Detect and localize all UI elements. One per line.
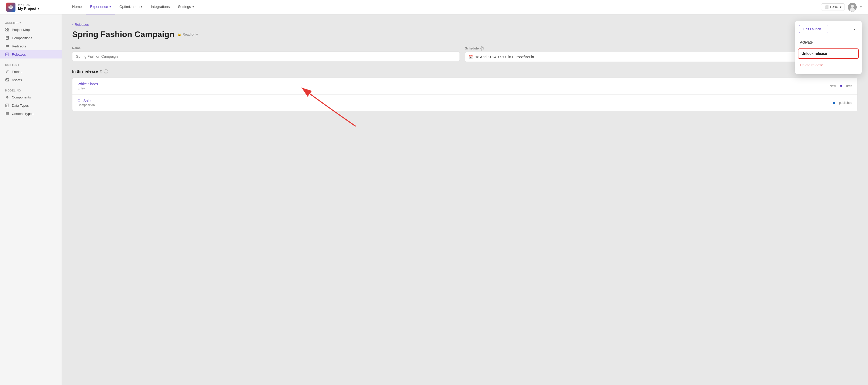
- schedule-label: Schedule ⓘ: [465, 46, 852, 51]
- on-sale-link[interactable]: On Sale: [78, 99, 833, 103]
- optimization-chevron-icon: ▾: [141, 5, 143, 8]
- doc-icon: [5, 36, 9, 40]
- svg-rect-8: [7, 30, 9, 31]
- modeling-section-label: MODELING: [0, 87, 62, 93]
- svg-point-4: [850, 8, 855, 11]
- nav-integrations[interactable]: Integrations: [147, 0, 174, 14]
- calendar-icon: 📅: [469, 55, 473, 59]
- sidebar-item-assets[interactable]: Assets: [0, 76, 62, 84]
- svg-point-3: [851, 5, 854, 8]
- nav-optimization[interactable]: Optimization ▾: [115, 0, 147, 14]
- breadcrumb[interactable]: ‹ Releases: [72, 23, 858, 27]
- topbar: MY TEAM My Project ▾ Home Experience ▾ O…: [0, 0, 868, 14]
- white-shoes-type: Entry: [78, 87, 830, 90]
- settings-chevron-icon: ▾: [192, 5, 194, 8]
- avatar[interactable]: [848, 3, 857, 11]
- sidebar-item-releases[interactable]: Releases: [0, 50, 62, 59]
- page-title-row: Spring Fashion Campaign 🔒 Read-only: [72, 30, 858, 39]
- readonly-label: Read-only: [183, 32, 198, 36]
- svg-rect-5: [6, 28, 7, 29]
- layout: ASSEMBLY Project Map Compositions Redire…: [0, 14, 868, 385]
- avatar-chevron-icon: ▾: [860, 5, 862, 9]
- gear-icon: [5, 95, 9, 99]
- brand-logo[interactable]: [6, 3, 16, 12]
- svg-rect-9: [6, 36, 8, 39]
- svg-rect-7: [6, 30, 7, 31]
- new-label: New: [830, 84, 836, 88]
- schedule-field-group: Schedule ⓘ 📅 18 April 2024, 09:00 in Eur…: [465, 46, 852, 62]
- white-shoes-status: New draft: [830, 84, 852, 88]
- sidebar-item-compositions[interactable]: Compositions: [0, 34, 62, 42]
- main-content: ‹ Releases Spring Fashion Campaign 🔒 Rea…: [62, 14, 868, 385]
- unlock-release-item[interactable]: Unlock release: [798, 49, 859, 59]
- sidebar-section-assembly: ASSEMBLY Project Map Compositions Redire…: [0, 20, 62, 59]
- sidebar-item-entries[interactable]: Entries: [0, 67, 62, 76]
- more-options-button[interactable]: ···: [851, 26, 858, 32]
- table-icon: [5, 103, 9, 107]
- experience-chevron-icon: ▾: [110, 5, 111, 8]
- delete-release-item[interactable]: Delete release: [795, 60, 862, 70]
- svg-rect-6: [7, 28, 9, 29]
- table-row: On Sale Composition published: [72, 95, 858, 111]
- breadcrumb-chevron-icon: ‹: [72, 23, 73, 27]
- topbar-nav: Home Experience ▾ Optimization ▾ Integra…: [68, 0, 821, 14]
- release-item-on-sale: On Sale Composition: [78, 99, 833, 107]
- in-release-info-icon: ⓘ: [104, 69, 108, 73]
- svg-point-20: [7, 97, 8, 98]
- draft-label: draft: [846, 84, 852, 88]
- name-input[interactable]: [72, 52, 460, 61]
- dropdown-menu: Edit Launch... ··· Activate Unlock relea…: [795, 21, 862, 74]
- form-row: Name Schedule ⓘ 📅 18 April 2024, 09:00 i…: [72, 46, 858, 62]
- on-sale-type: Composition: [78, 103, 833, 107]
- base-chevron-icon: ▾: [840, 5, 841, 9]
- release-table: White Shoes Entry New draft On Sale Comp…: [72, 77, 858, 111]
- grid-icon: [5, 28, 9, 32]
- activate-item[interactable]: Activate: [795, 37, 862, 47]
- content-section-label: CONTENT: [0, 62, 62, 67]
- base-selector[interactable]: ⬜ Base ▾: [821, 3, 845, 11]
- redirects-icon: [5, 44, 9, 48]
- brand: MY TEAM My Project ▾: [6, 3, 68, 12]
- edit-launch-button[interactable]: Edit Launch...: [799, 25, 828, 33]
- release-count: 2: [100, 69, 102, 73]
- brand-project[interactable]: My Project ▾: [18, 6, 39, 10]
- brand-text: MY TEAM My Project ▾: [18, 4, 39, 10]
- nav-experience[interactable]: Experience ▾: [86, 0, 115, 14]
- release-item-white-shoes: White Shoes Entry: [78, 82, 830, 90]
- sidebar-item-components[interactable]: Components: [0, 93, 62, 101]
- topbar-right: ⬜ Base ▾ ▾: [821, 3, 862, 11]
- base-icon: ⬜: [825, 5, 829, 9]
- sidebar: ASSEMBLY Project Map Compositions Redire…: [0, 14, 62, 385]
- svg-rect-21: [6, 104, 9, 107]
- svg-rect-15: [6, 53, 9, 56]
- in-release-header: In this release 2 ⓘ: [72, 69, 858, 73]
- draft-dot-icon: [840, 85, 842, 87]
- brand-team: MY TEAM: [18, 4, 39, 6]
- nav-home[interactable]: Home: [68, 0, 86, 14]
- published-dot-icon: [833, 102, 835, 104]
- page-title: Spring Fashion Campaign: [72, 30, 174, 39]
- schedule-value: 📅 18 April 2024, 09:00 in Europe/Berlin: [465, 52, 852, 62]
- in-release-label: In this release: [72, 69, 98, 73]
- name-label: Name: [72, 46, 460, 50]
- dropdown-header: Edit Launch... ···: [795, 25, 862, 37]
- published-label: published: [839, 101, 852, 105]
- readonly-badge: 🔒 Read-only: [177, 32, 198, 36]
- svg-rect-18: [6, 78, 9, 81]
- white-shoes-link[interactable]: White Shoes: [78, 82, 830, 86]
- lock-icon: 🔒: [177, 32, 181, 36]
- releases-icon: [5, 52, 9, 57]
- sidebar-item-redirects[interactable]: Redirects: [0, 42, 62, 50]
- image-icon: [5, 78, 9, 82]
- name-field-group: Name: [72, 46, 460, 61]
- schedule-info-icon: ⓘ: [479, 46, 484, 51]
- sidebar-item-content-types[interactable]: Content Types: [0, 109, 62, 118]
- breadcrumb-label: Releases: [75, 23, 89, 27]
- project-chevron-icon: ▾: [38, 7, 39, 10]
- sidebar-item-data-types[interactable]: Data Types: [0, 101, 62, 109]
- nav-settings[interactable]: Settings ▾: [174, 0, 198, 14]
- on-sale-status: published: [833, 101, 852, 105]
- sidebar-item-project-map[interactable]: Project Map: [0, 26, 62, 34]
- sidebar-section-content: CONTENT Entries Assets: [0, 62, 62, 84]
- pen-icon: [5, 70, 9, 74]
